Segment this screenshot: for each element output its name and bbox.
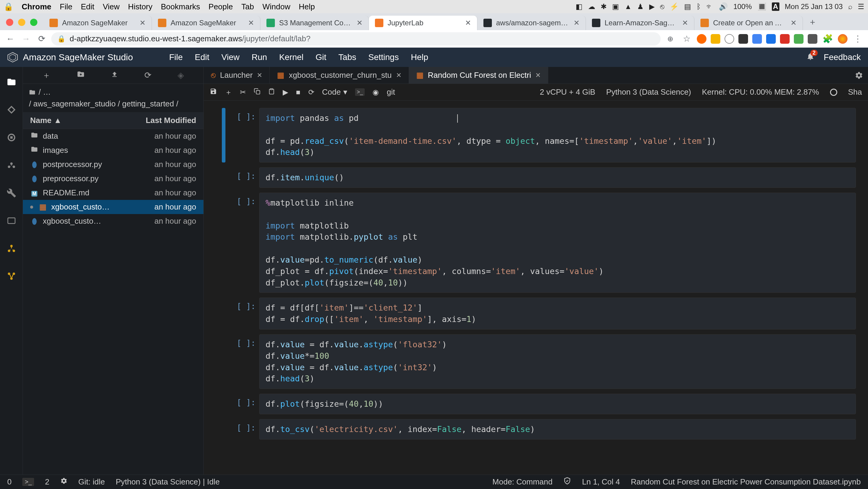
close-tab-icon[interactable]: ✕ <box>248 19 254 27</box>
extension-icon[interactable] <box>780 34 789 44</box>
studio-menu-git[interactable]: Git <box>315 53 327 62</box>
tray-icon[interactable]: ▤ <box>684 2 691 11</box>
chrome-tab[interactable]: Learn-Amazon-SageMaker/sd…✕ <box>586 16 694 30</box>
save-button[interactable] <box>210 88 217 97</box>
studio-menu-edit[interactable]: Edit <box>195 53 209 62</box>
notebook-cell[interactable]: [ ]:df.plot(figsize=(40,10)) <box>222 394 856 414</box>
close-window-button[interactable] <box>6 19 13 26</box>
bluetooth-icon[interactable]: ᛒ <box>696 2 701 11</box>
file-row[interactable]: ⬮xgboost_custo…an hour ago <box>23 214 204 228</box>
editor-tab[interactable]: ▦xgboost_customer_churn_stu✕ <box>270 67 409 84</box>
close-tab-icon[interactable]: ✕ <box>465 19 471 27</box>
running-kernels-tab[interactable] <box>5 131 18 144</box>
commands-tab[interactable] <box>5 159 18 171</box>
extensions-tab[interactable] <box>5 187 18 199</box>
cell-code[interactable]: df.to_csv('electricity.csv', index=False… <box>259 419 856 439</box>
close-tab-icon[interactable]: ✕ <box>682 19 688 27</box>
cell-code[interactable]: df.value = df.value.astype('float32') df… <box>259 334 856 389</box>
chrome-tab[interactable]: Amazon SageMaker✕ <box>43 16 152 30</box>
close-tab-icon[interactable]: ✕ <box>790 19 797 27</box>
notebook-cell[interactable]: [ ]:import pandas as pd df = pd.read_csv… <box>222 108 856 162</box>
studio-menu-help[interactable]: Help <box>411 53 428 62</box>
url-bar[interactable]: 🔒 d-aptkzzyuaqew.studio.eu-west-1.sagema… <box>51 32 661 45</box>
status-trusted-icon[interactable] <box>563 477 571 487</box>
copy-button[interactable] <box>254 88 260 96</box>
share-button[interactable]: Sha <box>848 87 862 97</box>
cell-code[interactable]: import pandas as pd df = pd.read_csv('it… <box>259 108 856 162</box>
close-tab-icon[interactable]: ✕ <box>396 71 401 79</box>
close-tab-icon[interactable]: ✕ <box>140 19 146 27</box>
volume-icon[interactable]: 🔊 <box>719 2 728 11</box>
minimize-window-button[interactable] <box>18 19 25 26</box>
cell-code[interactable]: %matplotlib inline import matplotlib imp… <box>259 193 856 293</box>
extension-icon[interactable] <box>766 34 776 44</box>
notebook-cell[interactable]: [ ]:df.to_csv('electricity.csv', index=F… <box>222 419 856 439</box>
restart-button[interactable]: ⟳ <box>308 88 314 96</box>
notebook-cell[interactable]: [ ]:df = df[df['item']=='client_12'] df … <box>222 298 856 330</box>
tray-icon[interactable]: ◧ <box>576 2 583 11</box>
file-row[interactable]: imagesan hour ago <box>23 143 204 157</box>
insert-cell-button[interactable]: ＋ <box>225 87 232 97</box>
studio-menu-file[interactable]: File <box>169 53 183 62</box>
panel-settings-icon[interactable] <box>850 67 868 84</box>
studio-menu-run[interactable]: Run <box>252 53 267 62</box>
breadcrumb-path[interactable]: / aws_sagemaker_studio / getting_started… <box>23 98 204 112</box>
tray-icon[interactable]: ⚡ <box>670 2 679 11</box>
status-settings-icon[interactable] <box>60 477 67 487</box>
menu-people[interactable]: People <box>209 2 233 11</box>
breadcrumb[interactable]: / … <box>23 84 204 98</box>
terminal-button[interactable]: >_ <box>355 88 365 96</box>
file-browser-tab[interactable] <box>5 76 18 88</box>
close-tab-icon[interactable]: ✕ <box>257 71 262 79</box>
experiments-tab[interactable] <box>5 242 18 254</box>
chrome-menu-button[interactable]: ⋮ <box>852 33 864 45</box>
close-tab-icon[interactable]: ✕ <box>574 19 580 27</box>
clock[interactable]: Mon 25 Jan 13 03 <box>785 2 843 11</box>
status-kernel[interactable]: Python 3 (Data Science) | Idle <box>116 477 220 487</box>
tray-icon[interactable]: ⎋ <box>660 2 664 11</box>
editor-tab[interactable]: ⎋Launcher✕ <box>204 67 270 84</box>
extension-icon[interactable] <box>738 34 748 44</box>
tray-icon[interactable]: ▣ <box>612 2 619 11</box>
cell-code[interactable]: df = df[df['item']=='client_12'] df = df… <box>259 298 856 330</box>
extension-icon[interactable] <box>752 34 762 44</box>
upload-button[interactable] <box>111 70 118 80</box>
extension-icon[interactable] <box>724 34 734 44</box>
app-name[interactable]: Chrome <box>22 2 51 11</box>
extension-icon[interactable] <box>808 34 817 44</box>
menu-tab[interactable]: Tab <box>241 2 254 11</box>
run-button[interactable]: ▶ <box>283 88 288 96</box>
extension-icon[interactable] <box>697 34 707 44</box>
status-git[interactable]: Git: idle <box>79 477 105 487</box>
menu-help[interactable]: Help <box>299 2 315 11</box>
cell-code[interactable]: df.plot(figsize=(40,10)) <box>259 394 856 414</box>
zoom-icon[interactable]: ⊕ <box>664 33 676 45</box>
new-tab-button[interactable]: + <box>806 16 819 29</box>
tabs-tab[interactable] <box>5 215 18 227</box>
notebook-body[interactable]: [ ]:import pandas as pd df = pd.read_csv… <box>204 101 868 475</box>
menu-window[interactable]: Window <box>262 2 290 11</box>
menu-icon[interactable]: ☰ <box>858 2 864 11</box>
apple-menu-icon[interactable]: 🔒 <box>4 2 13 11</box>
tray-icon[interactable]: ▲ <box>624 2 632 11</box>
checkpoint-button[interactable]: ◉ <box>373 88 379 96</box>
extension-icon[interactable] <box>711 34 720 44</box>
battery-icon[interactable]: 🔳 <box>757 2 767 11</box>
new-folder-button[interactable] <box>77 70 85 80</box>
status-terminal-icon[interactable]: >_ <box>22 478 34 486</box>
bookmark-icon[interactable]: ☆ <box>681 33 692 45</box>
cell-type-select[interactable]: Code ▾ <box>322 87 347 97</box>
cell-code[interactable]: df.item.unique() <box>259 167 856 188</box>
cut-button[interactable]: ✂ <box>240 88 246 96</box>
kernel-status-icon[interactable] <box>830 89 837 96</box>
menu-edit[interactable]: Edit <box>81 2 94 11</box>
tray-icon[interactable]: ☁ <box>588 2 595 11</box>
file-row[interactable]: MREADME.mdan hour ago <box>23 186 204 200</box>
stop-button[interactable]: ■ <box>296 88 301 96</box>
git-tab[interactable] <box>5 104 18 116</box>
extensions-menu-icon[interactable]: 🧩 <box>822 33 834 45</box>
forward-button[interactable]: → <box>20 33 32 45</box>
back-button[interactable]: ← <box>4 33 16 45</box>
notebook-cell[interactable]: [ ]:%matplotlib inline import matplotlib… <box>222 193 856 293</box>
profile-avatar[interactable] <box>838 34 847 44</box>
